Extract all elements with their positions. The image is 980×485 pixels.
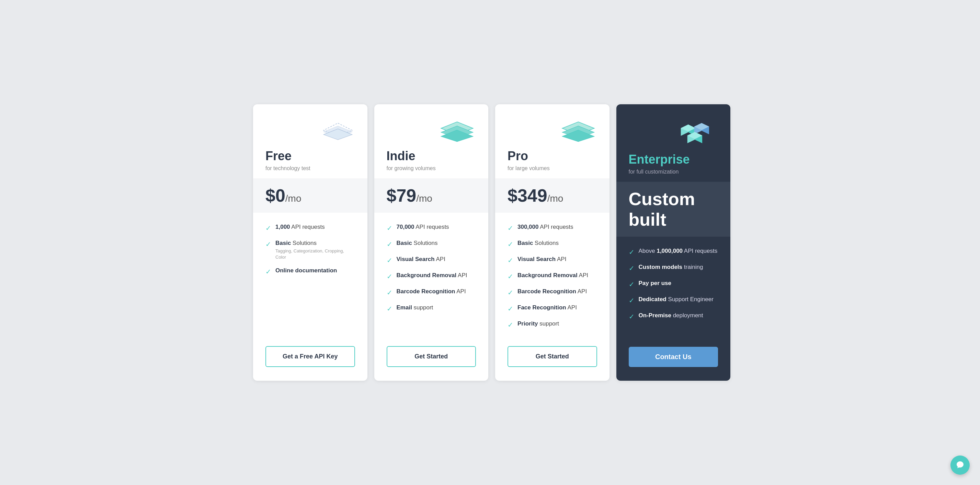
check-icon: ✓: [629, 247, 635, 257]
price-section-free: $0/mo: [253, 178, 368, 212]
plan-card-indie: Indie for growing volumes $79/mo ✓70,000…: [374, 104, 488, 381]
feature-item: ✓Barcode Recognition API: [508, 287, 597, 297]
check-icon: ✓: [508, 223, 513, 233]
feature-item: ✓ Online documentation: [266, 266, 355, 276]
price-value-enterprise: Custom built: [629, 189, 695, 230]
price-amount-pro: $349/mo: [508, 185, 597, 206]
cta-button-indie[interactable]: Get Started: [387, 346, 476, 367]
check-icon: ✓: [387, 272, 393, 281]
plan-card-enterprise: Enterprise for full customization Custom…: [616, 104, 731, 381]
check-icon: ✓: [387, 223, 393, 233]
feature-item: ✓Basic Solutions: [387, 239, 476, 249]
feature-item: ✓Visual Search API: [508, 255, 597, 265]
plan-name-indie: Indie: [387, 149, 476, 163]
feature-item: ✓Basic Solutions: [508, 239, 597, 249]
features-list-free: ✓ 1,000 API requests ✓ Basic SolutionsTa…: [266, 223, 355, 336]
plan-icon-free: [266, 118, 355, 146]
plan-icon-enterprise: [629, 118, 718, 149]
feature-item: ✓Email support: [387, 304, 476, 314]
price-period-indie: /mo: [416, 193, 432, 204]
price-period-pro: /mo: [547, 193, 563, 204]
chat-icon: [956, 461, 964, 469]
feature-item: ✓Face Recognition API: [508, 304, 597, 314]
cta-button-free[interactable]: Get a Free API Key: [266, 346, 355, 367]
price-section-enterprise: Custom built: [616, 182, 731, 237]
plan-subtitle-enterprise: for full customization: [629, 169, 718, 175]
feature-item: ✓Background Removal API: [508, 271, 597, 281]
feature-item: ✓Priority support: [508, 320, 597, 330]
feature-item: ✓Barcode Recognition API: [387, 287, 476, 297]
price-amount-enterprise: Custom built: [629, 189, 718, 230]
plan-icon-indie: [387, 118, 476, 146]
plan-icon-pro: [508, 118, 597, 146]
check-icon: ✓: [508, 239, 513, 249]
check-icon: ✓: [629, 312, 635, 322]
check-icon: ✓: [508, 255, 513, 265]
plan-subtitle-indie: for growing volumes: [387, 165, 476, 171]
feature-item: ✓300,000 API requests: [508, 223, 597, 233]
cta-button-pro[interactable]: Get Started: [508, 346, 597, 367]
features-list-indie: ✓70,000 API requests ✓Basic Solutions ✓V…: [387, 223, 476, 336]
check-icon: ✓: [266, 223, 271, 233]
price-value-pro: $349: [508, 185, 547, 206]
pricing-container: Free for technology test $0/mo ✓ 1,000 A…: [250, 104, 730, 381]
feature-item: ✓Above 1,000,000 API requests: [629, 247, 718, 257]
check-icon: ✓: [387, 288, 393, 297]
features-list-enterprise: ✓Above 1,000,000 API requests ✓Custom mo…: [629, 247, 718, 336]
check-icon: ✓: [508, 320, 513, 330]
plan-card-pro: Pro for large volumes $349/mo ✓300,000 A…: [495, 104, 609, 381]
cta-button-enterprise[interactable]: Contact Us: [629, 347, 718, 367]
price-amount-indie: $79/mo: [387, 185, 476, 206]
check-icon: ✓: [387, 304, 393, 314]
feature-item: ✓Dedicated Support Engineer: [629, 295, 718, 305]
plan-name-enterprise: Enterprise: [629, 152, 718, 167]
price-period-free: /mo: [285, 193, 301, 204]
feature-item: ✓Background Removal API: [387, 271, 476, 281]
check-icon: ✓: [266, 239, 271, 249]
feature-item: ✓ Basic SolutionsTagging, Categorization…: [266, 239, 355, 260]
check-icon: ✓: [629, 263, 635, 273]
plan-name-pro: Pro: [508, 149, 597, 163]
feature-item: ✓ 1,000 API requests: [266, 223, 355, 233]
check-icon: ✓: [387, 239, 393, 249]
plan-name-free: Free: [266, 149, 355, 163]
check-icon: ✓: [266, 267, 271, 276]
feature-item: ✓Custom models training: [629, 263, 718, 273]
check-icon: ✓: [387, 255, 393, 265]
price-value-indie: $79: [387, 185, 417, 206]
check-icon: ✓: [629, 296, 635, 305]
plan-subtitle-pro: for large volumes: [508, 165, 597, 171]
feature-item: ✓Pay per use: [629, 279, 718, 289]
check-icon: ✓: [629, 279, 635, 289]
price-section-indie: $79/mo: [374, 178, 488, 212]
feature-item: ✓70,000 API requests: [387, 223, 476, 233]
feature-item: ✓On-Premise deployment: [629, 311, 718, 322]
check-icon: ✓: [508, 272, 513, 281]
check-icon: ✓: [508, 288, 513, 297]
plan-card-free: Free for technology test $0/mo ✓ 1,000 A…: [253, 104, 368, 381]
check-icon: ✓: [508, 304, 513, 314]
price-section-pro: $349/mo: [495, 178, 609, 212]
price-value-free: $0: [266, 185, 285, 206]
feature-item: ✓Visual Search API: [387, 255, 476, 265]
price-amount-free: $0/mo: [266, 185, 355, 206]
plan-subtitle-free: for technology test: [266, 165, 355, 171]
chat-bubble[interactable]: [950, 455, 970, 475]
features-list-pro: ✓300,000 API requests ✓Basic Solutions ✓…: [508, 223, 597, 336]
